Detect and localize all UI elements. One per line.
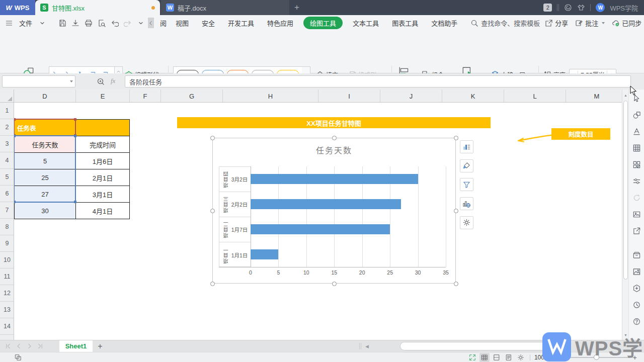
print-preview-icon[interactable] [98,19,106,27]
row-header-5[interactable]: 5 [0,169,14,186]
row-header-11[interactable]: 11 [0,268,14,285]
row-header-2[interactable]: 2 [0,119,14,136]
share-button[interactable]: 分享 [543,17,570,29]
sheet-canvas[interactable]: 任务表任务天数完成时间51月6日252月1日273月1日304月1日 XX项目任… [14,103,622,340]
wps-account-icon[interactable]: W [596,3,605,12]
menu-item-特色应用[interactable]: 特色应用 [264,17,296,29]
last-sheet-icon[interactable] [37,343,43,349]
cell-days[interactable]: 25 [15,169,76,186]
menu-scroll-left-button[interactable] [148,18,154,28]
wordart-icon[interactable] [630,125,643,138]
print-icon[interactable] [85,19,93,27]
chart-category-label[interactable]: 项目四 [222,171,230,188]
column-header-days[interactable]: 任务天数 [15,136,76,153]
comment-button[interactable]: 批注 [573,17,607,29]
gantt-title-banner[interactable]: XX项目任务甘特图 [177,117,491,128]
chart-category-date[interactable]: 2月2日 [231,201,248,208]
chart-resize-handle[interactable] [332,136,337,140]
column-header-J[interactable]: J [380,89,442,103]
add-sheet-button[interactable]: + [93,342,108,351]
cell-date[interactable]: 4月1日 [76,203,130,219]
image-gallery-icon[interactable] [630,208,643,221]
column-header-I[interactable]: I [318,89,380,103]
formula-input[interactable]: 各阶段任务 [125,75,631,87]
archive-box-icon[interactable] [630,248,643,261]
sync-status-button[interactable]: 已同步 [610,17,644,29]
page-layout-icon[interactable] [504,353,514,362]
sheet-tab-active[interactable]: Sheet1 [59,340,93,352]
cell-days[interactable]: 5 [15,153,76,169]
document-tab-inactive[interactable]: W 稿子.docx [161,0,289,15]
prev-sheet-icon[interactable] [16,343,22,349]
horizontal-scrollbar-thumb[interactable] [400,342,546,350]
chart-category-date[interactable]: 1月1日 [231,251,248,259]
cell-date[interactable]: 3月1日 [76,186,130,203]
vertical-scrollbar[interactable]: ▲ ▼ [622,89,628,340]
scale-count-callout[interactable]: 刻度数目 [551,128,610,140]
row-header-9[interactable]: 9 [0,235,14,252]
chart-resize-handle[interactable] [454,209,458,213]
row-header-6[interactable]: 6 [0,186,14,202]
history-icon[interactable] [630,298,643,311]
menu-item-图表工具[interactable]: 图表工具 [389,17,421,29]
redo-icon[interactable] [124,19,132,27]
column-header-F[interactable]: F [130,89,161,103]
scroll-left-arrow-icon[interactable]: ◀ [365,344,369,349]
hamburger-icon[interactable] [5,19,13,27]
chart-category-date[interactable]: 3月2日 [231,175,248,183]
menu-item-安全[interactable]: 安全 [199,17,218,29]
table-icon[interactable] [630,141,643,154]
chart-resize-handle[interactable] [454,282,458,286]
normal-view-icon[interactable] [479,353,490,362]
scroll-up-arrow-icon[interactable]: ▲ [623,94,628,97]
wps-main-menu-button[interactable]: W WPS [0,0,35,15]
shapes-small-icon[interactable] [630,108,643,121]
row-header-1[interactable]: 1 [0,103,14,119]
menu-file[interactable]: 文件 [16,17,35,29]
chart-bar-项目四[interactable] [251,174,418,184]
chart-style-brush-icon[interactable] [460,159,473,172]
chart-bar-项目三[interactable] [251,199,401,209]
chart-elements-icon[interactable] [460,140,473,153]
select-all-corner[interactable] [0,89,14,103]
chart-category-date[interactable]: 1月7日 [231,226,248,233]
undo-icon[interactable] [111,19,119,27]
cell-name-box[interactable] [2,75,75,87]
chart-bar-项目二[interactable] [251,224,390,234]
column-header-finish-date[interactable]: 完成时间 [76,136,130,153]
quick-access-more-icon[interactable] [137,19,145,27]
column-header-E[interactable]: E [76,89,130,103]
chevron-down-icon[interactable] [38,19,46,27]
row-header-8[interactable]: 8 [0,219,14,235]
download-hex-icon[interactable] [630,282,643,295]
cell-days[interactable]: 27 [15,186,76,203]
chart-resize-handle[interactable] [210,282,215,286]
vertical-scrollbar-thumb[interactable] [623,101,628,280]
row-header-13[interactable]: 13 [0,302,14,318]
sheetbar-splitter[interactable] [359,343,361,349]
page-break-icon[interactable] [492,353,502,362]
chart-category-label[interactable]: 项目三 [222,196,230,213]
column-header-D[interactable]: D [14,89,76,103]
column-header-H[interactable]: H [223,89,318,103]
picture-icon[interactable] [630,265,643,278]
chart-settings-gear-icon[interactable] [460,216,473,229]
fx-icon[interactable]: fx [111,77,115,85]
row-header-14[interactable]: 14 [0,318,14,335]
chart-title[interactable]: 任务天数 [213,144,455,156]
row-header-4[interactable]: 4 [0,152,14,169]
fit-screen-icon[interactable] [467,353,477,362]
menu-item-文本工具[interactable]: 文本工具 [350,17,382,29]
cell-days[interactable]: 30 [15,203,76,219]
export-icon[interactable] [71,19,79,27]
chart-category-label[interactable]: 项目二 [222,221,230,238]
account-name[interactable]: WPS学院 [610,3,638,13]
first-sheet-icon[interactable] [5,343,12,349]
chart-resize-handle[interactable] [210,209,215,213]
menu-item-partial[interactable]: 阅 [157,17,170,29]
column-header-G[interactable]: G [161,89,223,103]
export-window-icon[interactable] [630,224,643,237]
command-search[interactable]: 查找命令、搜索模板 [470,18,540,28]
chart-resize-handle[interactable] [332,282,337,286]
rotate-back-icon[interactable] [630,191,643,204]
